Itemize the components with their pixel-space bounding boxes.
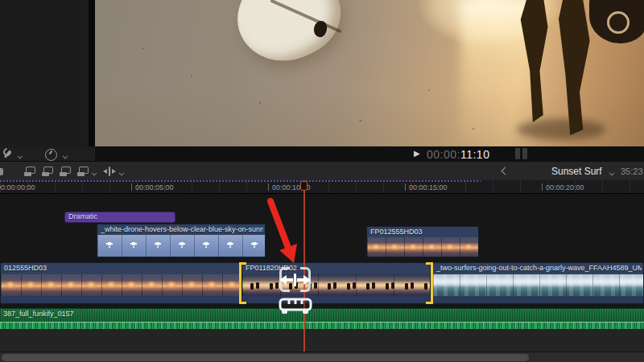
storyline-clip-012555hd03[interactable]: 012555HD03 <box>0 262 240 304</box>
current-timecode: 00:00:11:10 <box>427 148 489 161</box>
panel-divider <box>89 0 95 146</box>
clip-thumbnails <box>242 274 430 298</box>
chevron-down-icon[interactable] <box>92 170 97 175</box>
clip-thumbnails <box>97 235 265 257</box>
ruler-tick-label: 00:00:00:00 <box>0 183 35 191</box>
connected-clip-drone[interactable]: _white-drone-hovers-below-clear-blue-sky… <box>97 224 266 257</box>
horizontal-scrollbar-track[interactable] <box>0 352 644 362</box>
selection-bracket-right[interactable] <box>426 262 433 304</box>
clip-label: 012555HD03 <box>4 264 47 272</box>
back-chevron-icon[interactable] <box>501 167 507 175</box>
append-edit-icon[interactable] <box>60 167 72 176</box>
filmstrip-cursor-icon <box>278 297 313 316</box>
annotation-arrow-icon <box>264 198 312 270</box>
connect-edit-icon[interactable] <box>24 167 36 176</box>
horizontal-scrollbar-thumb[interactable] <box>2 354 529 361</box>
ruler-tick-mark <box>268 183 269 191</box>
trim-cursor-arrow <box>287 278 293 282</box>
title-clip-dramatic[interactable]: Dramatic <box>64 212 175 223</box>
clip-label: FP012555HD03 <box>370 228 423 236</box>
timeline-tools-strip <box>0 146 95 161</box>
chevron-down-icon[interactable] <box>609 170 615 175</box>
timeline-toolbar: Sunset Surf 35:23 <box>0 161 644 180</box>
ruler-tick-label: 00:00:20:00 <box>546 183 584 191</box>
clip-thumbnails <box>433 274 643 298</box>
insert-edit-icon[interactable] <box>42 167 54 176</box>
dive-gear-ring <box>607 11 630 34</box>
project-range-dots <box>0 180 481 182</box>
trim-cursor-arrow <box>297 278 303 282</box>
clip-label: _two-surfers-going-out-to-catch-a-gnarly… <box>436 264 642 272</box>
chevron-down-icon[interactable] <box>18 153 23 158</box>
clip-label: _white-drone-hovers-below-clear-blue-sky… <box>101 225 263 233</box>
chevron-down-icon[interactable] <box>63 153 68 158</box>
audio-meter-left <box>515 148 520 159</box>
retime-icon[interactable] <box>45 149 57 161</box>
index-button[interactable] <box>0 168 3 175</box>
ruler-tick-label: 00:00:05:00 <box>135 183 174 191</box>
audio-meter-right <box>522 148 527 159</box>
timecode-seconds-frames: 11:10 <box>460 148 490 161</box>
final-cut-pro-window: ▶ 00:00:11:10 Sunset Surf 35:23 00:00:00… <box>0 0 644 362</box>
trim-cursor-bar <box>294 274 296 286</box>
project-name-dropdown[interactable]: Sunset Surf <box>551 166 602 177</box>
ruler-tick-mark <box>405 183 406 191</box>
ruler-tick-mark <box>542 183 543 191</box>
audio-waveform <box>0 322 644 329</box>
playhead-marker[interactable] <box>300 181 308 191</box>
trim-tool-icon[interactable] <box>103 167 116 176</box>
tools-wrench-icon[interactable] <box>2 149 14 160</box>
audio-clip[interactable]: 387_full_funkify_0157 <box>0 308 644 329</box>
surfer-reflection <box>517 119 605 140</box>
storyline-clip-two-surfers[interactable]: _two-surfers-going-out-to-catch-a-gnarly… <box>432 262 644 304</box>
overwrite-edit-icon[interactable] <box>77 167 89 176</box>
trim-cursor-arrowhead-left <box>279 275 287 285</box>
selection-bracket-left[interactable] <box>239 262 246 304</box>
ruler-tick-label: 00:00:15:00 <box>409 183 448 191</box>
surfboard <box>222 0 355 78</box>
viewer-left-panel <box>0 0 89 146</box>
clip-thumbnails <box>367 237 478 257</box>
trim-cursor-arrowhead-right <box>303 275 311 285</box>
play-button[interactable]: ▶ <box>414 149 420 158</box>
transport-bar: ▶ 00:00:11:10 <box>95 146 644 161</box>
connected-clip-fp012555hd03[interactable]: FP012555HD03 <box>366 226 479 257</box>
timeline-empty-area <box>0 329 644 352</box>
surfer-leg <box>559 0 592 135</box>
timecode-hours-minutes: 00:00: <box>427 148 460 161</box>
video-preview <box>95 0 644 146</box>
ruler-tick-mark <box>131 183 132 191</box>
clip-label: Dramatic <box>68 212 97 220</box>
clip-thumbnails <box>1 274 239 298</box>
project-duration: 35:23 <box>621 167 643 176</box>
chevron-down-icon[interactable] <box>119 170 125 175</box>
clip-label: 387_full_funkify_0157 <box>3 310 74 318</box>
